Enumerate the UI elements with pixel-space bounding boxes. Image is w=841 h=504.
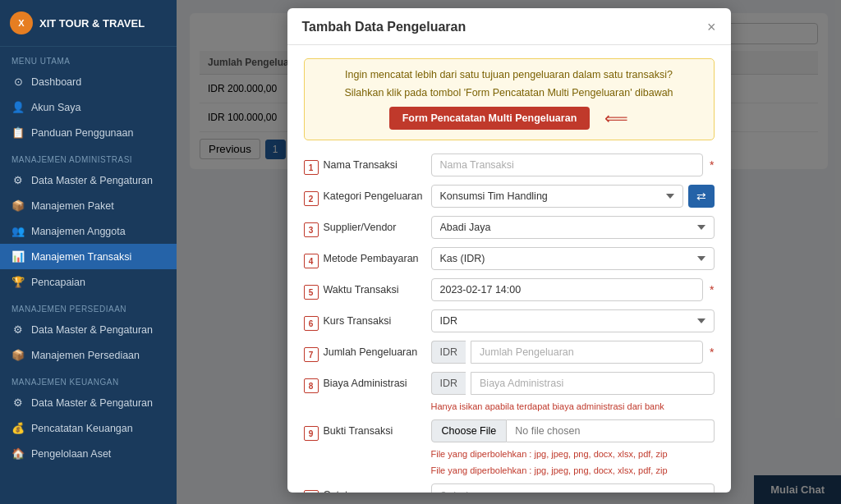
sidebar-item-manajemen-paket[interactable]: 📦Manajemen Paket [0,193,177,218]
form-control-wrap-3: Abadi Jaya [431,216,715,239]
sidebar-label-pencapaian: Pencapaian [31,277,85,288]
sidebar-icon-manajemen-paket: 📦 [11,199,25,212]
form-row-1: 1Nama Transaksi* [304,153,715,176]
sidebar-label-panduan: Panduan Penggunaan [31,127,133,139]
form-row-10: 10Catatan [304,483,715,493]
form-row-9: 9Bukti TransaksiChoose FileNo file chose… [304,419,715,475]
form-label-10: 10Catatan [304,483,431,493]
sidebar-icon-manajemen-persediaan: 📦 [11,349,25,361]
info-banner: Ingin mencatat lebih dari satu tujuan pe… [304,58,715,140]
form-row-6: 6Kurs TransaksiIDR [304,309,715,332]
form-control-wrap-6: IDR [431,309,715,332]
form-label-8: 8Biaya Administrasi [304,372,431,393]
sidebar-label-dashboard: Dashboard [31,76,81,88]
form-row-5: 5Waktu Transaksi* [304,278,715,301]
sidebar-item-data-master[interactable]: ⚙Data Master & Pengaturan [0,167,177,193]
share-icon-button-2[interactable]: ⇄ [688,185,715,208]
step-badge-7: 7 [304,347,319,362]
step-badge-2: 2 [304,191,319,206]
sidebar-icon-data-master-keuangan: ⚙ [11,396,25,409]
form-label-7: 7Jumlah Pengeluaran [304,341,431,362]
sidebar-label-akun-saya: Akun Saya [31,102,80,113]
field-input-7[interactable] [471,341,703,364]
sidebar-item-manajemen-transaksi[interactable]: 📊Manajemen Transaksi [0,244,177,269]
sidebar-label-data-master-keuangan: Data Master & Pengaturan [31,397,153,409]
sidebar-item-pengelolaan-aset[interactable]: 🏠Pengelolaan Aset [0,441,177,466]
multi-form-button[interactable]: Form Pencatatan Multi Pengeluaran [389,107,591,130]
sidebar-label-pengelolaan-aset: Pengelolaan Aset [31,448,111,460]
sidebar-item-data-master-2[interactable]: ⚙Data Master & Pengaturan [0,317,177,342]
sidebar-icon-manajemen-transaksi: 📊 [11,250,25,263]
step-badge-6: 6 [304,316,319,331]
sidebar-item-pencatatan-keuangan[interactable]: 💰Pencatatan Keuangan [0,415,177,441]
logo-icon: X [10,11,33,34]
sidebar-icon-data-master: ⚙ [11,174,25,186]
step-badge-3: 3 [304,222,319,237]
field-textarea-10[interactable] [431,483,715,493]
form-control-wrap-8: IDRHanya isikan apabila terdapat biaya a… [431,372,715,411]
file-name-display: No file chosen [507,419,714,442]
sidebar: X XIT TOUR & TRAVEL MENU UTAMA⊙Dashboard… [0,0,177,504]
sidebar-item-pencapaian[interactable]: 🏆Pencapaian [0,269,177,295]
sidebar-icon-data-master-2: ⚙ [11,323,25,336]
field-select-3[interactable]: Abadi Jaya [431,216,715,239]
sidebar-icon-pencapaian: 🏆 [11,276,25,288]
form-label-5: 5Waktu Transaksi [304,278,431,300]
sidebar-icon-akun-saya: 👤 [11,101,25,113]
required-star-5: * [710,283,714,296]
choose-file-button[interactable]: Choose File [431,419,508,442]
step-badge-8: 8 [304,378,319,393]
sidebar-section-label: MANAJEMEN ADMINISTRASI [0,145,177,167]
sidebar-section-label: MANAJEMEN KEUANGAN [0,368,177,390]
banner-line1: Ingin mencatat lebih dari satu tujuan pe… [318,69,701,80]
sidebar-item-manajemen-anggota[interactable]: 👥Manajemen Anggota [0,218,177,244]
sidebar-item-data-master-keuangan[interactable]: ⚙Data Master & Pengaturan [0,390,177,415]
field-input-8[interactable] [471,372,714,395]
logo-text: XIT TOUR & TRAVEL [39,17,145,30]
form-control-wrap-9: Choose FileNo file chosenFile yang diper… [431,419,715,475]
modal-body: Ingin mencatat lebih dari satu tujuan pe… [287,45,731,493]
modal: Tambah Data Pengeluaran × Ingin mencatat… [287,8,731,493]
form-control-wrap-7: IDR* [431,341,715,364]
required-star-7: * [710,346,714,359]
sidebar-item-manajemen-persediaan[interactable]: 📦Manajemen Persediaan [0,342,177,368]
form-label-9: 9Bukti Transaksi [304,419,431,441]
file-wrap-9: Choose FileNo file chosen [431,419,715,442]
field-select-2[interactable]: Konsumsi Tim Handling [431,185,683,208]
sidebar-label-manajemen-paket: Manajemen Paket [31,200,114,212]
step-badge-5: 5 [304,285,319,300]
banner-line2: Silahkan klik pada tombol 'Form Pencatat… [318,87,701,99]
main-content: Jumlah Pengeluaran Opsi IDR 200.000,00 ✎… [177,0,841,504]
form-control-wrap-2: Konsumsi Tim Handling⇄ [431,185,715,208]
form-row-3: 3Supplier/VendorAbadi Jaya [304,216,715,239]
form-control-wrap-5: * [431,278,715,301]
input-prefix-8: IDR [431,372,466,395]
step-badge-9: 9 [304,426,319,441]
field-input-5[interactable] [431,278,704,301]
form-row-4: 4Metode PembayaranKas (IDR) [304,247,715,270]
sidebar-icon-panduan: 📋 [11,126,25,139]
form-label-4: 4Metode Pembayaran [304,247,431,268]
field-select-6[interactable]: IDR [431,309,715,332]
form-control-wrap-4: Kas (IDR) [431,247,715,270]
close-icon[interactable]: × [707,20,716,34]
sidebar-item-panduan[interactable]: 📋Panduan Penggunaan [0,120,177,145]
arrow-right-icon: ⟸ [604,108,628,128]
form-row-7: 7Jumlah PengeluaranIDR* [304,341,715,364]
file-hint-9: File yang diperbolehkan : jpg, jpeg, png… [431,465,715,475]
modal-title: Tambah Data Pengeluaran [302,20,466,34]
form-label-6: 6Kurs Transaksi [304,309,431,331]
modal-header: Tambah Data Pengeluaran × [287,8,731,45]
field-select-4[interactable]: Kas (IDR) [431,247,715,270]
sidebar-item-dashboard[interactable]: ⊙Dashboard [0,69,177,94]
form-label-3: 3Supplier/Vendor [304,216,431,237]
field-input-1[interactable] [431,153,704,176]
form-row-2: 2Kategori PengeluaranKonsumsi Tim Handli… [304,185,715,208]
sidebar-label-data-master: Data Master & Pengaturan [31,175,153,186]
sidebar-logo: X XIT TOUR & TRAVEL [0,0,177,47]
sidebar-item-akun-saya[interactable]: 👤Akun Saya [0,94,177,120]
sidebar-label-manajemen-anggota: Manajemen Anggota [31,226,126,237]
form-label-1: 1Nama Transaksi [304,153,431,175]
sidebar-icon-manajemen-anggota: 👥 [11,225,25,237]
required-star-1: * [710,158,714,172]
